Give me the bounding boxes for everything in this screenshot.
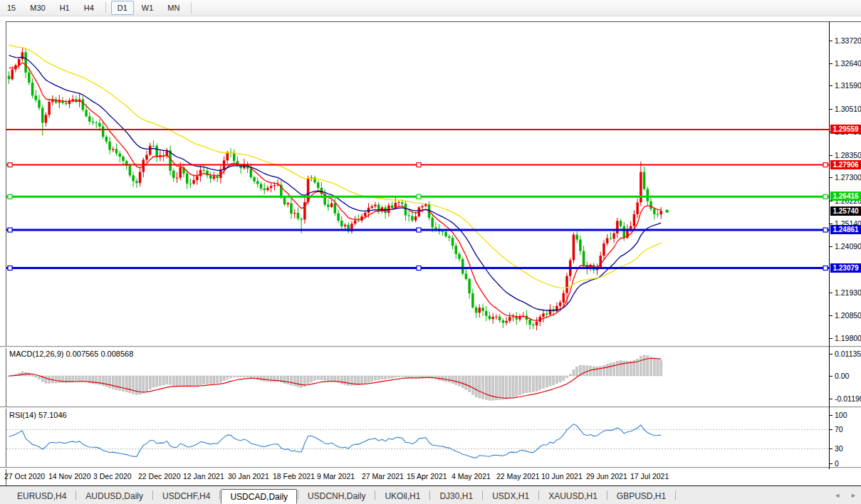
tab-usdx-h1[interactable]: USDX,H1 xyxy=(484,489,538,504)
main-chart-canvas[interactable] xyxy=(6,22,829,346)
tab-usdcad-daily[interactable]: USDCAD,Daily xyxy=(221,489,297,504)
date-axis-label: 17 Jul 2021 xyxy=(630,472,669,481)
axis-tick xyxy=(829,224,833,224)
axis-tick-label: 1.28350 xyxy=(835,151,861,159)
date-axis-label: 29 Jun 2021 xyxy=(586,472,627,481)
axis-tick xyxy=(829,155,833,156)
tab-scroll-right-icon[interactable]: ► xyxy=(850,492,857,499)
tab-usdcnh-daily[interactable]: USDCNH,Daily xyxy=(299,489,374,504)
tab-separator xyxy=(375,490,375,500)
rsi-panel-canvas[interactable] xyxy=(6,409,829,467)
axis-tick xyxy=(829,177,833,178)
timeframe-15[interactable]: 15 xyxy=(1,1,22,15)
tab-scroll-arrows: ◄► xyxy=(834,492,857,499)
tab-xauusd-h1[interactable]: XAUUSD,H1 xyxy=(540,489,606,504)
tab-audusd-daily[interactable]: AUDUSD,Daily xyxy=(77,489,152,504)
level-price-label: 1.27906 xyxy=(830,160,861,169)
date-axis-label: 14 Nov 2020 xyxy=(48,472,91,481)
date-axis-label: 30 Jan 2021 xyxy=(228,472,269,481)
date-axis-label: 18 Feb 2021 xyxy=(273,472,315,481)
tab-separator xyxy=(298,490,298,500)
hline-handle[interactable] xyxy=(8,228,12,232)
date-axis-label: 10 Jun 2021 xyxy=(541,472,583,481)
tab-eurusd-h4[interactable]: EURUSD,H4 xyxy=(9,489,75,504)
date-axis-label: 15 Apr 2021 xyxy=(407,472,447,481)
axis-tick xyxy=(829,63,833,64)
last-price-marker xyxy=(666,210,669,213)
axis-tick-label: 1.19800 xyxy=(835,334,861,342)
timeframe-m30[interactable]: M30 xyxy=(24,1,51,15)
axis-tick-label: 1.33720 xyxy=(835,36,861,45)
hline-handle[interactable] xyxy=(417,266,421,271)
hline-handle[interactable] xyxy=(8,194,12,199)
date-axis-label: 12 Jan 2021 xyxy=(183,472,224,481)
date-axis-label: 4 May 2021 xyxy=(452,472,491,481)
axis-tick-label: 0.01135 xyxy=(835,350,861,358)
axis-tick xyxy=(829,85,833,86)
axis-tick-label: 70 xyxy=(835,425,843,434)
axis-tick xyxy=(829,315,833,316)
hline-handle[interactable] xyxy=(823,228,828,232)
hline-handle[interactable] xyxy=(823,194,828,199)
axis-tick xyxy=(829,463,833,464)
timeframe-toolbar: 15M30H1H4D1W1MN xyxy=(0,0,861,16)
axis-tick xyxy=(829,246,833,247)
hline-handle[interactable] xyxy=(823,266,828,271)
axis-tick-label: -0.01190 xyxy=(835,394,861,403)
rsi-label: RSI(14) 57.1046 xyxy=(9,411,67,419)
ma-slow-line xyxy=(9,45,662,288)
tab-gbpusd-h1[interactable]: GBPUSD,H1 xyxy=(608,489,674,504)
date-axis-label: 3 Dec 2020 xyxy=(93,472,132,481)
tab-separator xyxy=(607,490,607,500)
tab-ukoil-h1[interactable]: UKOil,H1 xyxy=(376,489,429,504)
tab-separator xyxy=(675,490,676,500)
tab-separator xyxy=(219,490,220,500)
tab-usdchf-h4[interactable]: USDCHF,H4 xyxy=(154,489,219,504)
hline-handle[interactable] xyxy=(417,228,421,232)
level-price-label: 1.26416 xyxy=(830,191,861,201)
hline-handle[interactable] xyxy=(417,194,421,199)
hline-handle[interactable] xyxy=(8,163,12,167)
date-axis-label: 22 May 2021 xyxy=(496,472,540,481)
axis-tick xyxy=(829,354,833,355)
date-axis-label: 9 Mar 2021 xyxy=(317,472,355,481)
axis-tick xyxy=(829,448,833,449)
axis-tick-label: 1.20850 xyxy=(835,311,861,320)
timeframe-h1[interactable]: H1 xyxy=(53,1,76,15)
tab-separator xyxy=(152,490,153,500)
terminal-window: 15M30H1H4D1W1MN ▲USDCAD,Daily 1.25810 1.… xyxy=(0,0,861,504)
ma-fast-line xyxy=(9,63,662,320)
price-axis-line xyxy=(829,21,830,469)
axis-tick-label: 1.32640 xyxy=(835,59,861,68)
toolbar-separator xyxy=(191,2,192,14)
tab-separator xyxy=(75,490,76,500)
panel-splitter[interactable] xyxy=(0,467,861,469)
date-axis-label: 22 Dec 2020 xyxy=(138,472,181,481)
hline-handle[interactable] xyxy=(823,163,828,167)
hline-handle[interactable] xyxy=(8,266,12,271)
axis-tick xyxy=(829,201,833,201)
tab-separator xyxy=(429,490,430,500)
axis-tick xyxy=(829,338,833,339)
timeframe-mn[interactable]: MN xyxy=(161,1,186,15)
axis-tick xyxy=(829,429,833,430)
date-axis-label: 27 Oct 2020 xyxy=(4,472,45,481)
axis-tick-label: 1.27300 xyxy=(835,173,861,182)
tab-dj30-h1[interactable]: DJ30,H1 xyxy=(431,489,481,504)
axis-tick-label: 1.21930 xyxy=(835,288,861,297)
level-price-label: 1.29559 xyxy=(830,125,861,134)
tab-scroll-left-icon[interactable]: ◄ xyxy=(834,492,840,499)
timeframe-w1[interactable]: W1 xyxy=(135,1,160,15)
macd-label: MACD(12,26,9) 0.007565 0.008568 xyxy=(9,350,133,358)
level-price-label: 1.23079 xyxy=(830,263,861,273)
axis-tick-label: 1.30510 xyxy=(835,105,861,113)
current-price-label: 1.25740 xyxy=(830,206,861,216)
hline-handle[interactable] xyxy=(417,163,421,167)
axis-tick-label: 1.31590 xyxy=(835,81,861,90)
timeframe-d1[interactable]: D1 xyxy=(111,1,134,15)
axis-tick-label: 1.24090 xyxy=(835,242,861,251)
ma-mid-line xyxy=(9,56,662,311)
axis-tick xyxy=(829,41,833,41)
axis-tick xyxy=(829,399,833,399)
timeframe-h4[interactable]: H4 xyxy=(78,1,100,15)
